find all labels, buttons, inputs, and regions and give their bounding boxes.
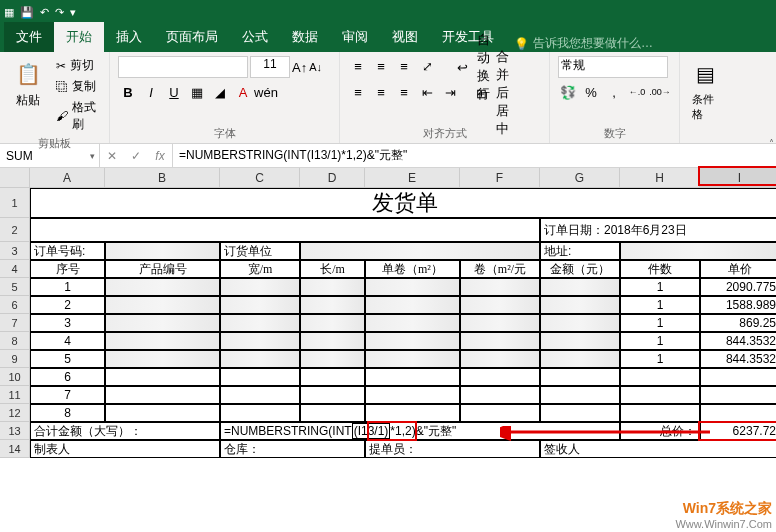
align-middle-icon[interactable]: ≡ [371, 56, 391, 76]
total-price[interactable]: 6237.72 [700, 422, 776, 440]
order-unit-label[interactable]: 订货单位 [220, 242, 300, 260]
qat-more-icon[interactable]: ▾ [70, 6, 76, 19]
tab-layout[interactable]: 页面布局 [154, 22, 230, 52]
prod-5[interactable] [105, 296, 220, 314]
save-icon[interactable]: 💾 [20, 6, 34, 19]
data-9-6[interactable] [540, 368, 620, 386]
table-header-0[interactable]: 序号 [30, 260, 105, 278]
column-header-F[interactable]: F [460, 168, 540, 188]
row-header-14[interactable]: 14 [0, 440, 30, 458]
name-box[interactable]: SUM [0, 144, 100, 167]
addr-value[interactable] [620, 242, 776, 260]
tab-data[interactable]: 数据 [280, 22, 330, 52]
column-header-G[interactable]: G [540, 168, 620, 188]
data-7-5[interactable] [460, 332, 540, 350]
prod-11[interactable] [105, 404, 220, 422]
tab-formulas[interactable]: 公式 [230, 22, 280, 52]
qty-6[interactable]: 1 [620, 314, 700, 332]
tab-view[interactable]: 视图 [380, 22, 430, 52]
price-4[interactable]: 2090.775 [700, 278, 776, 296]
row-header-4[interactable]: 4 [0, 260, 30, 278]
data-8-2[interactable] [220, 350, 300, 368]
tab-home[interactable]: 开始 [54, 22, 104, 52]
data-5-4[interactable] [365, 296, 460, 314]
maker-label[interactable]: 制表人 [30, 440, 220, 458]
border-button[interactable]: ▦ [187, 82, 207, 102]
align-center-icon[interactable]: ≡ [371, 82, 391, 102]
total-price-label[interactable]: 总价： [620, 422, 700, 440]
align-top-icon[interactable]: ≡ [348, 56, 368, 76]
increase-decimal-icon[interactable]: ←.0 [627, 82, 647, 102]
order-no-label[interactable]: 订单号码: [30, 242, 105, 260]
data-6-3[interactable] [300, 314, 365, 332]
decrease-decimal-icon[interactable]: .00→ [650, 82, 670, 102]
percent-icon[interactable]: % [581, 82, 601, 102]
seq-4[interactable]: 4 [30, 332, 105, 350]
data-9-5[interactable] [460, 368, 540, 386]
table-header-5[interactable]: 卷（m²/元 [460, 260, 540, 278]
table-header-8[interactable]: 单价 [700, 260, 776, 278]
table-header-6[interactable]: 金额（元） [540, 260, 620, 278]
column-header-A[interactable]: A [30, 168, 105, 188]
data-7-2[interactable] [220, 332, 300, 350]
warehouse-label[interactable]: 仓库： [220, 440, 365, 458]
data-9-3[interactable] [300, 368, 365, 386]
italic-button[interactable]: I [141, 82, 161, 102]
prod-10[interactable] [105, 386, 220, 404]
conditional-format-button[interactable]: ▤ 条件格 [688, 56, 722, 124]
prod-9[interactable] [105, 368, 220, 386]
indent-dec-icon[interactable]: ⇤ [417, 82, 437, 102]
qty-7[interactable]: 1 [620, 332, 700, 350]
data-4-4[interactable] [365, 278, 460, 296]
sheet-title[interactable]: 发货单 [30, 188, 776, 218]
row-header-6[interactable]: 6 [0, 296, 30, 314]
data-11-3[interactable] [300, 404, 365, 422]
data-4-5[interactable] [460, 278, 540, 296]
addr-label[interactable]: 地址: [540, 242, 620, 260]
copy-button[interactable]: ⿻复制 [52, 77, 101, 96]
price-10[interactable] [700, 386, 776, 404]
fx-icon[interactable]: fx [148, 144, 172, 167]
table-header-1[interactable]: 产品编号 [105, 260, 220, 278]
cut-button[interactable]: ✂剪切 [52, 56, 101, 75]
select-all-corner[interactable] [0, 168, 30, 188]
tell-me[interactable]: 💡 告诉我您想要做什么… [514, 35, 653, 52]
row-header-12[interactable]: 12 [0, 404, 30, 422]
enter-icon[interactable]: ✓ [124, 144, 148, 167]
order-unit-value[interactable] [300, 242, 540, 260]
data-9-2[interactable] [220, 368, 300, 386]
table-header-2[interactable]: 宽/m [220, 260, 300, 278]
prod-8[interactable] [105, 350, 220, 368]
table-header-3[interactable]: 长/m [300, 260, 365, 278]
data-6-6[interactable] [540, 314, 620, 332]
qty-5[interactable]: 1 [620, 296, 700, 314]
indent-inc-icon[interactable]: ⇥ [440, 82, 460, 102]
data-11-6[interactable] [540, 404, 620, 422]
price-5[interactable]: 1588.989 [700, 296, 776, 314]
prod-6[interactable] [105, 314, 220, 332]
seq-2[interactable]: 2 [30, 296, 105, 314]
collapse-ribbon-icon[interactable]: ˄ [769, 138, 774, 149]
redo-icon[interactable]: ↷ [55, 6, 64, 19]
font-color-button[interactable]: A [233, 82, 253, 102]
row-header-11[interactable]: 11 [0, 386, 30, 404]
merge-button[interactable]: ⊞合并后居中 [467, 82, 519, 104]
data-5-5[interactable] [460, 296, 540, 314]
column-header-I[interactable]: I [700, 168, 776, 188]
data-11-2[interactable] [220, 404, 300, 422]
undo-icon[interactable]: ↶ [40, 6, 49, 19]
data-7-6[interactable] [540, 332, 620, 350]
column-header-H[interactable]: H [620, 168, 700, 188]
price-6[interactable]: 869.25 [700, 314, 776, 332]
data-6-4[interactable] [365, 314, 460, 332]
order-date-cell[interactable]: 订单日期：2018年6月23日 [540, 218, 776, 242]
price-9[interactable] [700, 368, 776, 386]
total-formula-cell[interactable]: =NUMBERSTRING(INT(I13/1)*1,2)&"元整" [220, 422, 620, 440]
seq-6[interactable]: 6 [30, 368, 105, 386]
seq-7[interactable]: 7 [30, 386, 105, 404]
seq-1[interactable]: 1 [30, 278, 105, 296]
total-label[interactable]: 合计金额（大写）： [30, 422, 220, 440]
data-6-5[interactable] [460, 314, 540, 332]
number-format-select[interactable]: 常规 [558, 56, 668, 78]
font-family-select[interactable] [118, 56, 248, 78]
